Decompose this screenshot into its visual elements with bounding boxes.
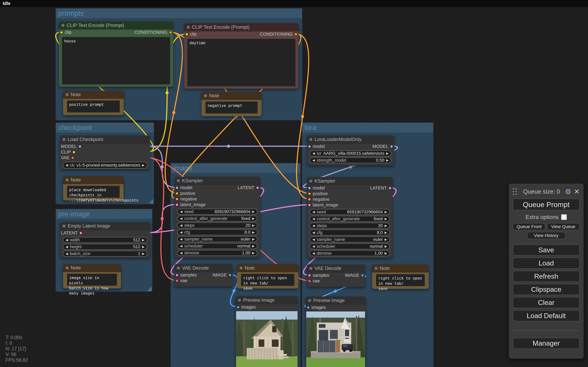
decrease-arrow-icon[interactable]: ◀ — [312, 151, 315, 155]
increase-arrow-icon[interactable]: ▶ — [385, 224, 387, 227]
collapse-dot-icon[interactable] — [66, 93, 69, 96]
widget-scheduler[interactable]: ◀schedulernormal▶ — [177, 243, 257, 249]
preview-image-rustic-house[interactable] — [236, 311, 297, 367]
increase-arrow-icon[interactable]: ▶ — [252, 224, 255, 227]
node-header[interactable]: Note — [63, 264, 121, 272]
collapse-dot-icon[interactable] — [62, 225, 66, 227]
node-header[interactable]: Note — [201, 92, 261, 100]
negative-input-slot[interactable] — [175, 197, 179, 201]
increase-arrow-icon[interactable]: ▶ — [142, 163, 145, 167]
queue-front-button[interactable]: Queue Front — [513, 223, 545, 230]
widget-sampler-name[interactable]: ◀sampler_nameeuler▶ — [310, 237, 390, 242]
close-icon[interactable]: ✕ — [574, 188, 579, 195]
widget-batch-size[interactable]: ◀ batch_size 1 ▶ — [63, 251, 147, 257]
vae-output-slot[interactable] — [71, 156, 74, 159]
collapse-dot-icon[interactable] — [61, 24, 64, 27]
save-button[interactable]: Save — [513, 244, 579, 256]
decrease-arrow-icon[interactable]: ◀ — [180, 224, 182, 227]
negative-input-slot[interactable] — [308, 198, 311, 201]
decrease-arrow-icon[interactable]: ◀ — [66, 252, 68, 256]
collapse-dot-icon[interactable] — [374, 267, 378, 270]
queue-prompt-button[interactable]: Queue Prompt — [513, 199, 579, 210]
increase-arrow-icon[interactable]: ▶ — [385, 251, 387, 255]
image-output-slot[interactable] — [361, 274, 364, 277]
decrease-arrow-icon[interactable]: ◀ — [180, 230, 182, 234]
increase-arrow-icon[interactable]: ▶ — [385, 244, 387, 248]
node-clip-text-encode-negative[interactable]: CLIP Text Encode (Prompt) clip CONDITION… — [184, 23, 298, 89]
collapse-dot-icon[interactable] — [177, 179, 180, 182]
latent-output-slot[interactable] — [388, 186, 392, 190]
node-ksampler-1[interactable]: KSampler model LATENT positive negative … — [174, 177, 260, 258]
model-input-slot[interactable] — [175, 186, 179, 190]
images-input-slot[interactable] — [307, 306, 310, 309]
collapse-dot-icon[interactable] — [309, 180, 312, 183]
increase-arrow-icon[interactable]: ▶ — [385, 217, 387, 221]
increase-arrow-icon[interactable]: ▶ — [142, 238, 145, 242]
node-header[interactable]: LoraLoaderModelOnly — [307, 135, 394, 144]
node-preview-image-2[interactable]: Preview Image images — [306, 297, 366, 367]
conditioning-output-slot[interactable] — [169, 31, 172, 34]
increase-arrow-icon[interactable]: ▶ — [385, 210, 387, 214]
node-vae-decode-2[interactable]: VAE Decode samples IMAGE vae — [307, 264, 365, 287]
increase-arrow-icon[interactable]: ▶ — [252, 251, 255, 255]
decrease-arrow-icon[interactable]: ◀ — [312, 238, 315, 241]
collapse-dot-icon[interactable] — [66, 178, 69, 182]
node-header[interactable]: CLIP Text Encode (Prompt) — [184, 23, 298, 31]
clipspace-button[interactable]: Clipspace — [513, 284, 579, 295]
node-header[interactable]: VAE Decode — [307, 264, 365, 273]
increase-arrow-icon[interactable]: ▶ — [142, 245, 145, 249]
latent-output-slot[interactable] — [79, 231, 83, 235]
widget-width[interactable]: ◀ width 512 ▶ — [63, 237, 147, 243]
manager-button[interactable]: Manager — [513, 338, 579, 349]
model-input-slot[interactable] — [308, 186, 311, 190]
widget-denoise[interactable]: ◀denoise1.00▶ — [310, 250, 390, 256]
clip-input-slot[interactable] — [60, 31, 63, 34]
view-history-button[interactable]: View History — [527, 232, 565, 239]
widget-steps[interactable]: ◀steps20▶ — [177, 223, 257, 228]
increase-arrow-icon[interactable]: ▶ — [386, 158, 389, 162]
node-header[interactable]: KSampler — [307, 177, 393, 185]
clip-input-slot[interactable] — [185, 33, 189, 36]
load-button[interactable]: Load — [513, 258, 579, 269]
decrease-arrow-icon[interactable]: ◀ — [312, 231, 315, 234]
collapse-dot-icon[interactable] — [238, 299, 241, 302]
view-queue-button[interactable]: View Queue — [547, 223, 579, 230]
node-vae-decode-1[interactable]: VAE Decode samples IMAGE vae — [174, 264, 233, 287]
increase-arrow-icon[interactable]: ▶ — [142, 252, 145, 256]
widget-seed[interactable]: ◀seed659190732966604▶ — [310, 209, 390, 215]
node-lora-loader-model-only[interactable]: LoraLoaderModelOnly model MODEL ◀lora_na… — [307, 135, 394, 166]
clip-output-slot[interactable] — [72, 150, 76, 154]
widget-sampler-name[interactable]: ◀sampler_nameeuler▶ — [177, 236, 257, 242]
node-preview-image-1[interactable]: Preview Image images — [235, 296, 298, 367]
node-header[interactable]: Note — [63, 176, 124, 184]
decrease-arrow-icon[interactable]: ◀ — [312, 210, 315, 214]
decrease-arrow-icon[interactable]: ◀ — [312, 244, 315, 248]
node-header[interactable]: CLIP Text Encode (Prompt) — [59, 21, 173, 30]
node-header[interactable]: VAE Decode — [174, 264, 233, 272]
decrease-arrow-icon[interactable]: ◀ — [180, 251, 182, 255]
node-header[interactable]: Note — [237, 264, 298, 272]
increase-arrow-icon[interactable]: ▶ — [386, 151, 389, 155]
decrease-arrow-icon[interactable]: ◀ — [312, 217, 315, 221]
positive-input-slot[interactable] — [175, 192, 179, 195]
image-output-slot[interactable] — [228, 273, 232, 277]
widget-ckpt-name[interactable]: ◀ ckpt_name v1-5-pruned-emaonly.safetens… — [63, 162, 147, 168]
collapse-dot-icon[interactable] — [240, 267, 242, 270]
increase-arrow-icon[interactable]: ▶ — [252, 217, 255, 220]
collapse-dot-icon[interactable] — [309, 267, 312, 270]
preview-image-modern-house[interactable] — [306, 311, 365, 367]
decrease-arrow-icon[interactable]: ◀ — [180, 210, 182, 213]
settings-gear-icon[interactable]: ⚙ — [565, 188, 571, 195]
node-header[interactable]: KSampler — [174, 177, 260, 185]
widget-seed[interactable]: ◀seed659190732966604▶ — [177, 209, 257, 215]
model-input-slot[interactable] — [308, 145, 311, 148]
model-output-slot[interactable] — [78, 145, 82, 148]
samples-input-slot[interactable] — [308, 274, 311, 277]
latent-output-slot[interactable] — [256, 186, 259, 190]
node-header[interactable]: Preview Image — [306, 297, 366, 305]
decrease-arrow-icon[interactable]: ◀ — [66, 163, 68, 167]
collapse-dot-icon[interactable] — [308, 299, 311, 302]
collapse-dot-icon[interactable] — [204, 94, 207, 97]
increase-arrow-icon[interactable]: ▶ — [385, 238, 387, 241]
node-header[interactable]: Note — [372, 264, 429, 273]
